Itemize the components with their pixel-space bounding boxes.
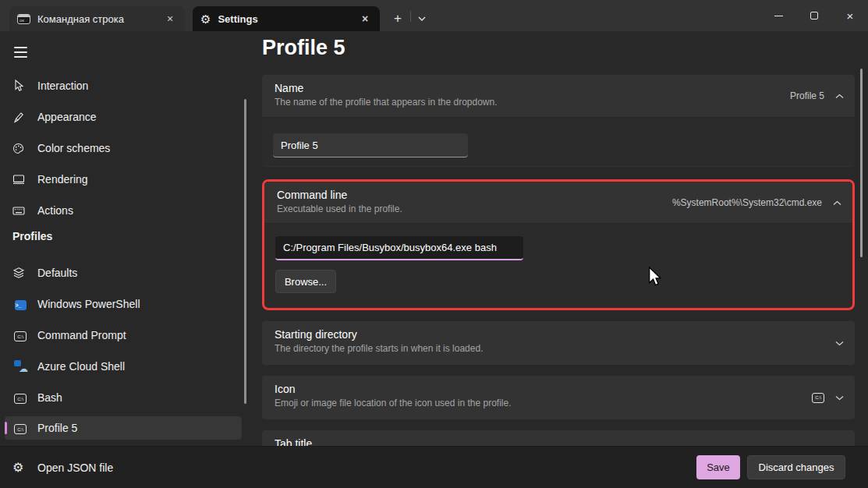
chevron-down-icon xyxy=(418,16,426,21)
layers-icon xyxy=(12,267,28,279)
name-expander-content xyxy=(262,117,855,166)
settings-main-panel: Profile 5 Name The name of the profile t… xyxy=(246,31,868,446)
cmd-icon: C:\ xyxy=(12,391,28,405)
azure-cloud-icon: ☁ xyxy=(12,360,28,373)
browse-button[interactable]: Browse... xyxy=(275,270,336,293)
name-section: Name The name of the profile that appear… xyxy=(262,75,855,167)
sidebar-item-bash[interactable]: C:\ Bash xyxy=(5,387,242,408)
section-title: Tab title xyxy=(275,437,842,446)
discard-changes-button[interactable]: Discard changes xyxy=(747,455,845,479)
close-tab-icon[interactable]: × xyxy=(358,12,372,26)
name-input[interactable] xyxy=(273,133,468,157)
sidebar-item-appearance[interactable]: Appearance xyxy=(5,106,242,128)
cmd-icon: C:\ xyxy=(812,393,824,403)
sidebar-item-windows-powershell[interactable]: >_ Windows PowerShell xyxy=(5,293,242,315)
profiles-section-header: Profiles xyxy=(12,230,52,242)
section-description: Emoji or image file location of the icon… xyxy=(275,398,842,408)
section-title: Icon xyxy=(275,383,842,395)
tab-bar: Командная строка × ⚙ Settings × + × xyxy=(0,0,868,31)
mouse-cursor xyxy=(648,267,661,287)
sidebar-item-color-schemes[interactable]: Color schemes xyxy=(5,137,242,159)
command-line-section: Command line Executable used in the prof… xyxy=(262,179,855,310)
section-value: Profile 5 xyxy=(790,90,824,101)
page-title: Profile 5 xyxy=(262,36,345,60)
keyboard-icon xyxy=(12,206,28,216)
sidebar-item-defaults[interactable]: Defaults xyxy=(5,262,242,284)
name-expander-header[interactable]: Name The name of the profile that appear… xyxy=(262,75,855,117)
windows-terminal-settings-window: Командная строка × ⚙ Settings × + × xyxy=(0,0,868,488)
open-json-label: Open JSON file xyxy=(37,461,113,474)
starting-directory-expander-header[interactable]: Starting directory The directory the pro… xyxy=(262,321,855,365)
save-button[interactable]: Save xyxy=(696,455,740,479)
section-value: %SystemRoot%\System32\cmd.exe xyxy=(672,197,822,208)
sidebar-item-rendering[interactable]: Rendering xyxy=(5,168,242,190)
cmd-window-icon xyxy=(17,14,30,24)
command-line-input[interactable] xyxy=(275,236,523,260)
tab-label: Settings xyxy=(218,13,351,25)
close-tab-icon[interactable]: × xyxy=(163,12,177,26)
icon-section: Icon Emoji or image file location of the… xyxy=(262,376,855,419)
cursor-icon xyxy=(12,80,28,92)
maximize-button[interactable] xyxy=(796,0,832,31)
minimize-icon xyxy=(774,16,783,16)
tab-title-section: Tab title xyxy=(262,430,855,446)
selection-indicator xyxy=(5,422,7,434)
chevron-down-icon xyxy=(835,395,844,401)
section-title: Starting directory xyxy=(275,328,842,341)
sidebar-item-azure-cloud-shell[interactable]: ☁ Azure Cloud Shell xyxy=(5,355,242,377)
chevron-down-icon xyxy=(835,341,844,346)
tab-settings[interactable]: ⚙ Settings × xyxy=(193,6,380,31)
content-scrollbar[interactable] xyxy=(860,69,863,257)
tab-command-prompt[interactable]: Командная строка × xyxy=(9,6,185,31)
chevron-up-icon xyxy=(835,94,844,99)
cmd-icon: C:\ xyxy=(12,329,28,342)
tab-dropdown-button[interactable] xyxy=(411,8,433,30)
gear-icon: ⚙ xyxy=(200,13,211,25)
new-tab-button[interactable]: + xyxy=(386,8,409,30)
powershell-icon: >_ xyxy=(12,298,28,310)
palette-icon xyxy=(12,143,28,154)
sidebar-item-actions[interactable]: Actions xyxy=(5,200,242,221)
maximize-icon xyxy=(810,12,818,19)
sidebar-item-profile-5[interactable]: C:\ Profile 5 xyxy=(5,416,242,440)
tab-title-expander-header[interactable]: Tab title xyxy=(262,430,855,446)
command-line-expander-header[interactable]: Command line Executable used in the prof… xyxy=(264,182,852,223)
section-description: The name of the profile that appears in … xyxy=(275,97,842,108)
paintbrush-icon xyxy=(12,111,28,123)
hamburger-menu-button[interactable] xyxy=(6,41,34,64)
tab-label: Командная строка xyxy=(37,13,156,25)
minimize-button[interactable] xyxy=(760,0,796,31)
settings-footer: ⚙ Open JSON file Save Discard changes xyxy=(0,446,868,488)
section-title: Name xyxy=(275,82,842,94)
window-controls: × xyxy=(760,0,868,31)
close-window-button[interactable]: × xyxy=(832,0,868,31)
cmd-icon: C:\ xyxy=(12,422,28,435)
body-area: Interaction Appearance Color schemes Ren… xyxy=(0,31,868,446)
sidebar-item-interaction[interactable]: Interaction xyxy=(5,75,242,97)
settings-sidebar: Interaction Appearance Color schemes Ren… xyxy=(0,31,246,446)
starting-directory-section: Starting directory The directory the pro… xyxy=(262,321,855,365)
gear-icon: ⚙ xyxy=(12,461,23,474)
section-description: The directory the profile starts in when… xyxy=(275,343,842,354)
sidebar-item-command-prompt[interactable]: C:\ Command Prompt xyxy=(5,324,242,346)
icon-expander-header[interactable]: Icon Emoji or image file location of the… xyxy=(262,376,855,419)
command-line-expander-content: Browse... xyxy=(264,223,852,302)
chevron-up-icon xyxy=(833,200,841,206)
monitor-icon xyxy=(12,174,28,185)
